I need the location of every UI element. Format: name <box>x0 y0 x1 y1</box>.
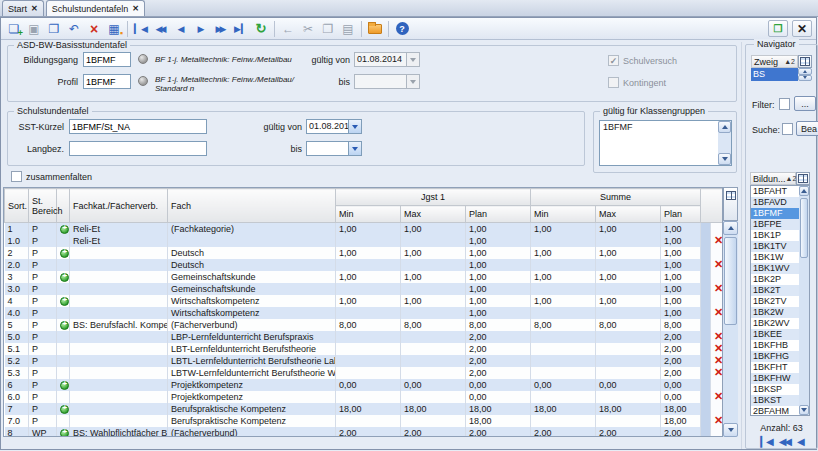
detach-window-icon[interactable]: ❐ <box>768 20 788 37</box>
table-row[interactable]: 4PWirtschaftskompetenz1,001,001,001,001,… <box>5 295 723 307</box>
expand-icon[interactable] <box>60 321 69 330</box>
nav-fast-back-icon[interactable]: ◀◀ <box>151 20 171 38</box>
nav-first-icon[interactable]: ▎◀ <box>131 20 151 38</box>
col-header-fach[interactable]: Fach <box>168 189 336 223</box>
scroll-up-icon[interactable] <box>723 221 738 235</box>
basis-gueltig-von-combo[interactable]: 01.08.2014 <box>354 52 420 67</box>
col-header-fachkat[interactable]: Fachkat./Fächerverb. <box>70 189 168 223</box>
delete-row-icon[interactable] <box>714 391 723 401</box>
col-header-jgst-max[interactable]: Max <box>401 206 466 223</box>
profil-input[interactable] <box>83 74 131 89</box>
col-header-jgst-min[interactable]: Min <box>336 206 401 223</box>
bildungsgang-column-chooser-button[interactable] <box>796 172 810 185</box>
delete-row-icon[interactable] <box>714 331 723 341</box>
scroll-down-icon[interactable] <box>718 153 731 165</box>
delete-row-icon[interactable] <box>714 343 723 353</box>
delete-row-icon[interactable] <box>714 415 723 425</box>
table-edit-icon[interactable]: ▦▪ <box>104 20 124 38</box>
scrollbar-thumb[interactable] <box>724 237 737 325</box>
expand-icon[interactable] <box>60 225 69 234</box>
nav-forward-icon[interactable]: ▶ <box>191 20 211 38</box>
table-row[interactable]: 6.0PProjektkompetenz0,000,00 <box>5 391 723 403</box>
delete-row-icon[interactable] <box>714 259 723 269</box>
kontingent-checkbox[interactable]: Kontingent <box>608 77 666 88</box>
expand-icon[interactable] <box>60 405 69 414</box>
expand-icon[interactable] <box>60 297 69 306</box>
col-header-summe-max[interactable]: Max <box>596 206 661 223</box>
nav-first-icon[interactable]: ▎◀ <box>760 436 771 447</box>
tab-schulstundentafeln[interactable]: Schulstundentafeln✕ <box>46 0 145 16</box>
col-header-sort[interactable]: Sort. <box>5 189 29 223</box>
search-input[interactable] <box>782 123 793 135</box>
filter-button[interactable]: ... <box>794 96 816 111</box>
zweig-column-chooser-button[interactable] <box>798 55 812 68</box>
search-edit-button[interactable]: Bea <box>796 121 818 136</box>
copy-icon[interactable]: ❐ <box>318 20 338 38</box>
basis-bis-dropdown-icon[interactable] <box>406 74 420 89</box>
scroll-up-icon[interactable] <box>718 121 731 133</box>
nav-fast-back-icon[interactable]: ◀◀ <box>779 436 790 447</box>
table-row[interactable]: 6PProjektkompetenz0,000,000,000,000,000,… <box>5 379 723 391</box>
table-row[interactable]: 5.0PLBP-Lernfeldunterricht Berufspraxis2… <box>5 331 723 343</box>
sst-gueltig-von-dropdown-icon[interactable] <box>348 119 362 134</box>
save-icon[interactable]: ▣ <box>24 20 44 38</box>
col-header-bereich[interactable]: St. Bereich <box>29 189 57 223</box>
sst-bis-combo[interactable] <box>306 141 362 156</box>
tab-start[interactable]: Start✕ <box>2 0 44 16</box>
folder-icon[interactable] <box>365 20 385 38</box>
new-record-icon[interactable]: ❏+ <box>4 20 24 38</box>
cut-icon[interactable]: ✂ <box>298 20 318 38</box>
spinner-up-icon[interactable] <box>798 68 812 75</box>
langbez-input[interactable] <box>69 141 207 156</box>
nav-fast-forward-icon[interactable]: ▶▶ <box>211 20 231 38</box>
table-row[interactable]: 5.1PLBT-Lernfeldunterricht Berufstheorie… <box>5 343 723 355</box>
delete-record-icon[interactable]: × <box>84 20 104 38</box>
klassengruppen-listbox[interactable]: 1BFMF <box>599 120 732 166</box>
zusammenfalten-checkbox[interactable]: zusammenfalten <box>11 171 92 182</box>
delete-row-icon[interactable] <box>714 307 723 317</box>
sst-gueltig-von-combo[interactable]: 01.08.2014 <box>306 119 362 134</box>
col-header-summe-min[interactable]: Min <box>531 206 596 223</box>
basis-gueltig-von-dropdown-icon[interactable] <box>406 52 420 67</box>
klassengruppen-scrollbar[interactable] <box>718 121 731 165</box>
spinner-down-icon[interactable] <box>798 75 812 82</box>
scroll-down-icon[interactable] <box>723 423 738 437</box>
filter-input[interactable] <box>779 98 790 110</box>
zweig-column-header[interactable]: Zweig ▲2 <box>751 55 798 68</box>
column-chooser-button[interactable] <box>723 187 738 221</box>
pane-divider[interactable] <box>741 42 743 449</box>
schulversuch-checkbox[interactable]: Schulversuch <box>608 55 677 66</box>
delete-row-icon[interactable] <box>714 283 723 293</box>
table-row[interactable]: 8WPBS: Wahlpflichtfächer BS(Fächerverbun… <box>5 427 723 438</box>
table-row[interactable]: 7PBerufspraktische Kompetenz18,0018,0018… <box>5 403 723 415</box>
table-row[interactable]: 3.0PGemeinschaftskunde1,001,00 <box>5 283 723 295</box>
nav-back-icon[interactable]: ◀ <box>797 436 803 447</box>
table-row[interactable]: 1PReli-Et(Fachkategorie)1,001,001,001,00… <box>5 223 723 235</box>
back-arrow-icon[interactable]: ← <box>278 20 298 38</box>
help-icon[interactable]: ? <box>392 20 412 38</box>
sst-kuerzel-input[interactable] <box>69 119 207 134</box>
expand-icon[interactable] <box>60 429 69 437</box>
paste-icon[interactable]: ▤ <box>338 20 358 38</box>
table-row[interactable]: 2.0PDeutsch1,001,00 <box>5 259 723 271</box>
col-group-summe[interactable]: Summe <box>531 189 701 206</box>
undo-icon[interactable]: ↶ <box>64 20 84 38</box>
col-group-jgst1[interactable]: Jgst 1 <box>336 189 531 206</box>
nav-last-icon[interactable]: ▶▎ <box>231 20 251 38</box>
scrollbar-thumb[interactable] <box>800 198 808 258</box>
copy-record-icon[interactable]: ❐ <box>44 20 64 38</box>
delete-row-icon[interactable] <box>714 355 723 365</box>
table-row[interactable]: 5.3PLBTW-Lernfeldunterricht Berufstheori… <box>5 367 723 379</box>
table-row[interactable]: 5PBS: Berufsfachl. Kompetenz(Fächerverbu… <box>5 319 723 331</box>
expand-icon[interactable] <box>60 381 69 390</box>
bildungsgang-column-header[interactable]: Bildun... ▲2 <box>750 172 796 185</box>
table-row[interactable]: 4.0PWirtschaftskompetenz1,001,00 <box>5 307 723 319</box>
scroll-down-icon[interactable] <box>799 405 809 415</box>
zweig-selected-item[interactable]: BS <box>751 68 798 81</box>
table-row[interactable]: 7.0PBerufspraktische Kompetenz18,0018,00 <box>5 415 723 427</box>
col-header-jgst-plan[interactable]: Plan <box>466 206 531 223</box>
tab-close-icon[interactable]: ✕ <box>31 4 38 13</box>
bildungsgang-input[interactable] <box>83 52 131 67</box>
close-panel-button[interactable]: ✕ <box>792 20 812 37</box>
bildungsgang-scrollbar[interactable] <box>799 186 809 415</box>
